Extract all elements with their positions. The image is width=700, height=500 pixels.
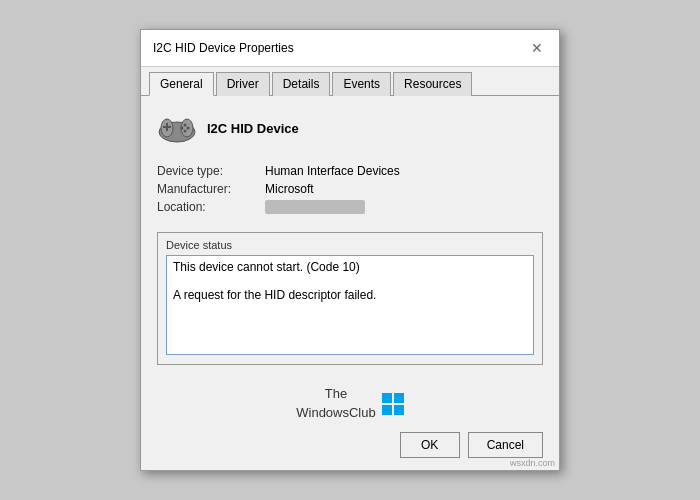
manufacturer-label: Manufacturer: <box>157 182 257 196</box>
dialog-title: I2C HID Device Properties <box>153 41 294 55</box>
tab-bar: General Driver Details Events Resources <box>141 67 559 96</box>
tab-general[interactable]: General <box>149 72 214 96</box>
wsxdn-badge: wsxdn.com <box>510 458 555 468</box>
ok-button[interactable]: OK <box>400 432 460 458</box>
watermark: The WindowsClub <box>296 385 403 421</box>
device-properties-dialog: I2C HID Device Properties ✕ General Driv… <box>140 29 560 470</box>
tab-events[interactable]: Events <box>332 72 391 96</box>
device-type-value: Human Interface Devices <box>265 164 543 178</box>
tab-driver[interactable]: Driver <box>216 72 270 96</box>
device-icon <box>157 108 197 148</box>
status-legend: Device status <box>166 239 534 251</box>
device-status-group: Device status This device cannot start. … <box>157 232 543 365</box>
tab-details[interactable]: Details <box>272 72 331 96</box>
footer: The WindowsClub OK Cancel wsxdn.com <box>141 377 559 469</box>
watermark-text: The WindowsClub <box>296 385 375 421</box>
svg-point-8 <box>184 130 187 133</box>
device-name-label: I2C HID Device <box>207 121 299 136</box>
hid-icon-svg <box>157 110 197 146</box>
svg-rect-10 <box>394 393 404 403</box>
svg-rect-11 <box>382 405 392 415</box>
svg-rect-4 <box>166 123 168 131</box>
properties-grid: Device type: Human Interface Devices Man… <box>157 164 543 214</box>
svg-point-7 <box>181 127 184 130</box>
svg-point-5 <box>184 124 187 127</box>
svg-rect-9 <box>382 393 392 403</box>
device-header: I2C HID Device <box>157 108 543 148</box>
cancel-button[interactable]: Cancel <box>468 432 543 458</box>
manufacturer-value: Microsoft <box>265 182 543 196</box>
tab-resources[interactable]: Resources <box>393 72 472 96</box>
location-label: Location: <box>157 200 257 214</box>
status-textarea[interactable]: This device cannot start. (Code 10) A re… <box>166 255 534 355</box>
title-bar: I2C HID Device Properties ✕ <box>141 30 559 67</box>
tab-content-general: I2C HID Device Device type: Human Interf… <box>141 96 559 377</box>
svg-point-6 <box>187 127 190 130</box>
location-value <box>265 200 365 214</box>
svg-rect-12 <box>394 405 404 415</box>
device-type-label: Device type: <box>157 164 257 178</box>
close-button[interactable]: ✕ <box>527 38 547 58</box>
button-row: OK Cancel <box>157 432 543 458</box>
windows-logo-icon <box>382 393 404 415</box>
